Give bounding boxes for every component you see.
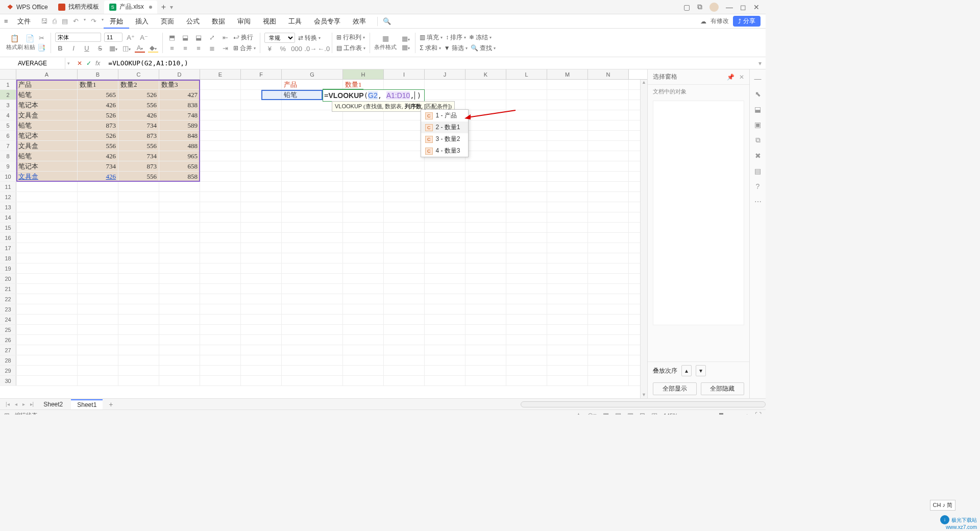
tab-efficiency[interactable]: 效率 [347,14,372,29]
cell[interactable]: 数量1 [78,80,118,89]
cell[interactable] [200,335,241,345]
cell[interactable]: 数量3 [159,80,200,89]
cell[interactable] [241,80,282,89]
cell[interactable] [343,366,384,375]
cell[interactable] [425,284,465,294]
row-header[interactable]: 12 [0,192,16,202]
cell[interactable] [547,325,588,334]
rowcol-button[interactable]: ⊞ 行和列▾ [336,33,365,42]
cell[interactable] [588,274,629,283]
col-header[interactable]: I [384,69,425,79]
cell[interactable] [200,131,241,140]
new-tab-button[interactable]: + [157,3,170,12]
cell[interactable] [588,80,629,89]
cell[interactable] [16,274,78,283]
cell[interactable] [465,131,506,140]
horizontal-scrollbar[interactable] [521,401,766,407]
cell[interactable] [547,202,588,212]
row-header[interactable]: 4 [0,110,16,120]
cell[interactable] [465,376,506,385]
cell[interactable] [465,294,506,304]
cell[interactable] [343,233,384,243]
cell[interactable]: 文具盒 [16,110,78,120]
cell[interactable] [241,212,282,222]
cell[interactable] [384,376,425,385]
cell[interactable]: 数量1 [343,80,384,89]
row-header[interactable]: 19 [0,263,16,273]
cell[interactable] [465,141,506,151]
cell[interactable]: 526 [118,90,159,100]
cell[interactable] [465,212,506,222]
cell[interactable] [588,355,629,365]
cell[interactable] [282,192,343,202]
cell[interactable] [241,182,282,191]
row-header[interactable]: 27 [0,345,16,355]
cell[interactable] [588,100,629,110]
cell[interactable] [425,304,465,314]
cell[interactable] [118,335,159,345]
cell[interactable] [159,202,200,212]
cell[interactable] [588,253,629,263]
cell[interactable] [200,172,241,181]
autocomplete-item[interactable]: C3 - 数量2 [421,133,468,145]
cell[interactable] [200,345,241,355]
cell[interactable] [506,253,547,263]
cell[interactable] [384,131,425,140]
cell[interactable]: 426 [118,110,159,120]
cell[interactable] [118,376,159,385]
cell[interactable]: 556 [118,172,159,181]
help-icon[interactable]: ? [756,182,760,190]
eye-icon[interactable]: ◎▾ [587,412,597,415]
col-header[interactable]: C [118,69,159,79]
cell[interactable] [78,366,118,375]
cell[interactable] [200,120,241,130]
paste-button[interactable]: 📄粘贴 [24,34,35,51]
cell[interactable] [282,294,343,304]
cell[interactable] [547,263,588,273]
cell[interactable] [16,223,78,232]
wps-home-tab[interactable]: ❖ WPS Office [2,1,53,14]
cell[interactable]: 748 [159,110,200,120]
cell[interactable] [547,304,588,314]
cell[interactable] [547,366,588,375]
cell[interactable] [547,192,588,202]
cell[interactable] [384,141,425,151]
cell[interactable] [384,315,425,324]
cell[interactable] [200,304,241,314]
cell[interactable] [343,345,384,355]
cell[interactable] [200,100,241,110]
table-style-icon[interactable]: ▦▾ [401,35,411,42]
cell[interactable] [588,304,629,314]
cell[interactable] [200,182,241,191]
undo-dropdown[interactable]: ▾ [84,17,86,25]
cell[interactable] [384,172,425,181]
cell[interactable]: 笔记本 [16,131,78,140]
cell[interactable] [465,253,506,263]
cell[interactable] [200,192,241,202]
cell[interactable] [118,182,159,191]
cell[interactable] [588,284,629,294]
cell[interactable] [118,212,159,222]
cell[interactable] [547,110,588,120]
cell[interactable] [547,376,588,385]
cell[interactable] [241,141,282,151]
row-header[interactable]: 28 [0,355,16,365]
cell[interactable]: 产品 [282,80,343,89]
cell[interactable]: 426 [78,151,118,161]
cell[interactable] [465,120,506,130]
cell[interactable] [282,366,343,375]
cell[interactable] [16,212,78,222]
cell[interactable] [547,315,588,324]
cell[interactable] [282,345,343,355]
autocomplete-item[interactable]: C2 - 数量1 [421,122,468,133]
cell[interactable] [16,355,78,365]
col-header[interactable]: E [200,69,241,79]
cell[interactable] [118,325,159,334]
cell[interactable] [78,304,118,314]
cell[interactable] [16,345,78,355]
row-header[interactable]: 17 [0,243,16,253]
cell[interactable] [200,90,241,100]
cell[interactable] [200,263,241,273]
cell[interactable] [465,355,506,365]
cell[interactable] [465,161,506,171]
